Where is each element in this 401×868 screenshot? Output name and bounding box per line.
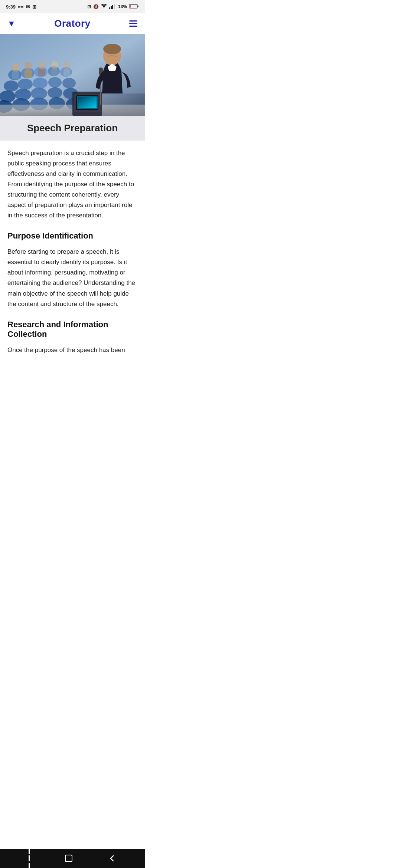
title-section: Speech Preparation — [0, 116, 145, 141]
svg-rect-32 — [25, 70, 32, 78]
battery-icon: ⊡ — [87, 4, 91, 9]
svg-rect-1 — [111, 6, 112, 9]
battery-bar — [129, 4, 139, 10]
svg-point-33 — [38, 61, 45, 69]
intro-paragraph: Speech preparation is a crucial step in … — [7, 148, 137, 221]
section-text-research: Once the purpose of the speech has been — [7, 345, 137, 355]
hamburger-line-2 — [129, 23, 137, 24]
svg-point-15 — [18, 79, 33, 90]
svg-point-14 — [4, 80, 19, 92]
svg-point-31 — [25, 62, 32, 70]
app-title: Oratory — [54, 18, 90, 29]
svg-point-48 — [103, 44, 121, 54]
signal-icon — [109, 4, 116, 10]
status-right: ⊡ 🔇 13% — [87, 4, 139, 10]
svg-point-29 — [12, 63, 19, 72]
svg-point-22 — [48, 87, 62, 98]
svg-rect-34 — [38, 69, 45, 76]
time: 9:39 — [6, 4, 16, 10]
svg-rect-30 — [12, 71, 19, 79]
svg-point-18 — [62, 78, 76, 88]
svg-point-35 — [51, 61, 58, 69]
mail-icon: ✉ — [26, 4, 30, 10]
hamburger-line-3 — [129, 26, 137, 27]
section-heading-purpose: Purpose Identification — [7, 231, 137, 241]
svg-rect-2 — [112, 5, 113, 9]
svg-rect-38 — [63, 69, 70, 76]
svg-rect-3 — [114, 4, 115, 9]
status-left: 9:39 ∞∞ ✉ ⊞ — [6, 4, 36, 10]
svg-rect-5 — [137, 6, 138, 7]
svg-rect-44 — [78, 97, 97, 108]
status-bar: 9:39 ∞∞ ✉ ⊞ ⊡ 🔇 13% — [0, 0, 145, 13]
svg-rect-0 — [109, 7, 110, 9]
image-icon: ⊞ — [32, 4, 36, 10]
svg-point-37 — [63, 61, 70, 69]
hero-image — [0, 34, 145, 116]
chevron-down-icon[interactable]: ▼ — [7, 19, 16, 29]
mute-icon: 🔇 — [93, 4, 99, 9]
svg-rect-6 — [130, 5, 131, 7]
hamburger-line-1 — [129, 20, 137, 22]
battery-percent: 13% — [118, 4, 127, 9]
content-area: Speech preparation is a crucial step in … — [0, 141, 145, 373]
section-text-purpose: Before starting to prepare a speech, it … — [7, 247, 137, 309]
section-heading-research: Research and Information Collection — [7, 320, 137, 339]
wifi-icon — [101, 4, 107, 10]
page-title: Speech Preparation — [7, 122, 137, 134]
header: ▼ Oratory — [0, 13, 145, 34]
svg-point-16 — [33, 78, 48, 89]
svg-point-17 — [48, 77, 62, 88]
svg-rect-36 — [51, 68, 58, 76]
sim-icon: ∞∞ — [18, 4, 24, 9]
hamburger-menu-button[interactable] — [129, 20, 137, 27]
